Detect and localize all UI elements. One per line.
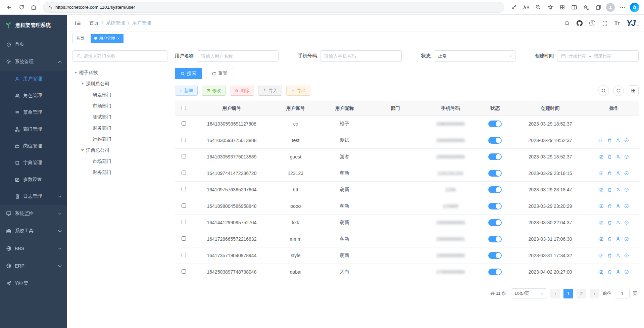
- reset-password-icon[interactable]: [616, 154, 621, 159]
- row-checkbox[interactable]: [182, 121, 186, 126]
- status-toggle[interactable]: [488, 186, 502, 193]
- sidebar-item-post-management[interactable]: 岗位管理: [0, 138, 67, 154]
- delete-button[interactable]: 删除: [230, 86, 254, 96]
- delete-icon[interactable]: [607, 138, 612, 143]
- next-page-button[interactable]: ›: [590, 289, 599, 298]
- reset-password-icon[interactable]: [616, 204, 621, 208]
- sidebar-item-dept-management[interactable]: 部门管理: [0, 121, 67, 138]
- delete-icon[interactable]: [607, 154, 612, 159]
- delete-icon[interactable]: [607, 171, 612, 176]
- edit-icon[interactable]: [599, 154, 604, 159]
- browser-home-button[interactable]: [28, 2, 39, 13]
- row-checkbox[interactable]: [182, 203, 186, 208]
- goto-page-input[interactable]: [615, 289, 630, 298]
- profile-avatar[interactable]: [605, 2, 616, 13]
- sidebar-item-dict-management[interactable]: 字典管理: [0, 154, 67, 171]
- breadcrumb-home[interactable]: 首页: [89, 20, 99, 26]
- date-range-picker[interactable]: 开始日期 - 结束日期: [557, 50, 639, 62]
- assign-role-icon[interactable]: [624, 253, 629, 258]
- delete-icon[interactable]: [607, 253, 612, 258]
- favorites-bar-icon[interactable]: [581, 2, 592, 13]
- edit-icon[interactable]: [599, 237, 604, 241]
- breadcrumb-system[interactable]: 系统管理: [106, 20, 125, 26]
- split-screen-icon[interactable]: [569, 2, 580, 13]
- export-button[interactable]: 导出: [286, 86, 310, 96]
- row-checkbox[interactable]: [182, 171, 186, 175]
- edit-icon[interactable]: [599, 204, 604, 208]
- tag-user-management[interactable]: 用户管理 ×: [91, 34, 123, 43]
- copilot-icon[interactable]: b: [629, 2, 640, 13]
- github-icon[interactable]: [577, 20, 583, 26]
- edit-icon[interactable]: [599, 270, 604, 274]
- read-aloud-icon[interactable]: [521, 2, 531, 13]
- search-button[interactable]: 搜索: [175, 68, 202, 79]
- delete-icon[interactable]: [607, 187, 612, 192]
- tree-node[interactable]: 财务部门: [72, 123, 167, 134]
- edit-icon[interactable]: [599, 253, 604, 258]
- reset-button[interactable]: 重置: [206, 68, 233, 79]
- assign-role-icon[interactable]: [624, 171, 629, 176]
- assign-role-icon[interactable]: [624, 138, 629, 143]
- page-button-2[interactable]: 2: [577, 289, 586, 298]
- add-button[interactable]: + 新增: [175, 86, 198, 96]
- reset-password-icon[interactable]: [616, 171, 621, 176]
- assign-role-icon[interactable]: [624, 204, 629, 208]
- status-toggle[interactable]: [488, 236, 502, 242]
- tree-node[interactable]: 市场部门: [72, 156, 167, 167]
- import-button[interactable]: 导入: [258, 86, 282, 96]
- tree-node[interactable]: 运维部门: [72, 134, 167, 145]
- edit-icon[interactable]: [599, 220, 604, 225]
- reset-password-icon[interactable]: [616, 138, 621, 143]
- page-size-select[interactable]: 10条/页: [511, 288, 547, 298]
- sidebar-item-yi-framework[interactable]: Yi框架: [0, 275, 67, 292]
- reset-password-icon[interactable]: [616, 237, 621, 241]
- status-toggle[interactable]: [488, 269, 502, 275]
- status-toggle[interactable]: [488, 121, 502, 127]
- toggle-search-button[interactable]: [598, 85, 609, 96]
- delete-icon[interactable]: [607, 204, 612, 208]
- tree-node[interactable]: 深圳总公司: [72, 78, 167, 89]
- user-avatar-menu[interactable]: YJ: [627, 18, 639, 28]
- sidebar-item-system-tools[interactable]: 系统工具: [0, 222, 67, 240]
- add-favorite-icon[interactable]: [545, 2, 555, 13]
- page-button-1[interactable]: 1: [563, 289, 573, 298]
- font-size-icon[interactable]: TT: [614, 20, 620, 26]
- reset-password-icon[interactable]: [616, 187, 621, 192]
- reset-password-icon[interactable]: [616, 220, 621, 225]
- fullscreen-icon[interactable]: [602, 20, 608, 26]
- sidebar-item-user-management[interactable]: 用户管理: [0, 71, 67, 87]
- sidebar-item-log-management[interactable]: 日志管理: [0, 188, 67, 205]
- sidebar-item-home[interactable]: 首页: [0, 36, 67, 53]
- sidebar-item-param-settings[interactable]: 参数设置: [0, 171, 67, 188]
- status-toggle[interactable]: [488, 137, 502, 144]
- sidebar-item-system-monitor[interactable]: 系统监控: [0, 205, 67, 222]
- delete-icon[interactable]: [607, 270, 612, 274]
- browser-back-button[interactable]: [4, 2, 15, 13]
- edit-icon[interactable]: [599, 138, 604, 143]
- sidebar-item-menu-management[interactable]: 菜单管理: [0, 104, 67, 121]
- row-checkbox[interactable]: [182, 187, 186, 191]
- close-icon[interactable]: ×: [117, 36, 120, 41]
- assign-role-icon[interactable]: [624, 187, 629, 192]
- collections-icon[interactable]: [593, 2, 604, 13]
- help-icon[interactable]: ?: [589, 20, 595, 26]
- tree-node[interactable]: 测试部门: [72, 111, 167, 123]
- edit-button[interactable]: 修改: [202, 86, 226, 96]
- phone-input[interactable]: [324, 54, 398, 59]
- tree-node[interactable]: 市场部门: [72, 100, 167, 111]
- edit-icon[interactable]: [599, 171, 604, 176]
- reset-password-icon[interactable]: [616, 253, 621, 258]
- column-settings-button[interactable]: [628, 85, 639, 96]
- tree-node[interactable]: 橙子科技: [72, 67, 167, 78]
- assign-role-icon[interactable]: [624, 154, 629, 159]
- password-key-icon[interactable]: [508, 2, 519, 13]
- zoom-out-icon[interactable]: [533, 2, 543, 13]
- delete-icon[interactable]: [607, 237, 612, 241]
- row-checkbox[interactable]: [182, 154, 186, 158]
- select-all-checkbox[interactable]: [182, 106, 186, 110]
- dept-search-input[interactable]: [84, 54, 163, 59]
- assign-role-icon[interactable]: [624, 237, 629, 241]
- address-bar[interactable]: https://ccnetcore.com:1101/system/user: [43, 2, 504, 13]
- sidebar-item-bbs[interactable]: BBS: [0, 240, 67, 257]
- assign-role-icon[interactable]: [624, 270, 629, 274]
